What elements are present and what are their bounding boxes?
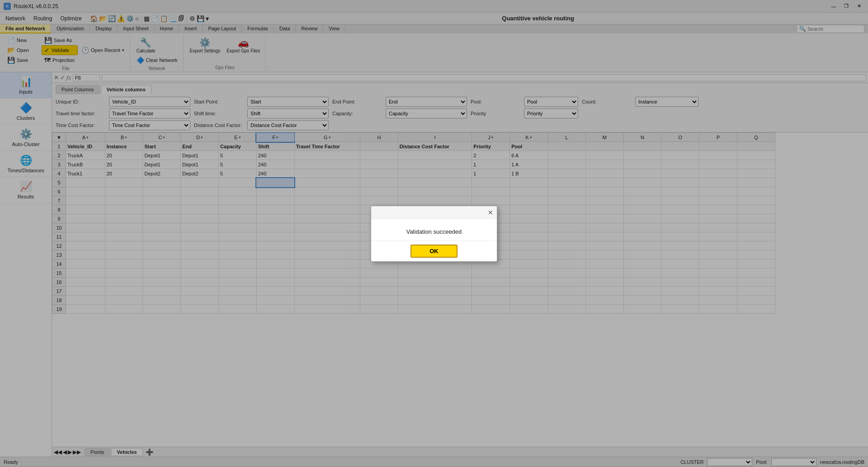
modal-footer: OK bbox=[371, 241, 497, 261]
modal-body: Validation succeeded bbox=[371, 219, 497, 241]
modal-close-button[interactable]: ✕ bbox=[488, 209, 493, 216]
modal-header: ✕ bbox=[371, 206, 497, 219]
modal-message: Validation succeeded bbox=[406, 228, 462, 235]
validation-modal: ✕ Validation succeeded OK bbox=[371, 206, 497, 262]
modal-overlay: ✕ Validation succeeded OK bbox=[0, 0, 868, 467]
modal-ok-button[interactable]: OK bbox=[410, 245, 458, 258]
